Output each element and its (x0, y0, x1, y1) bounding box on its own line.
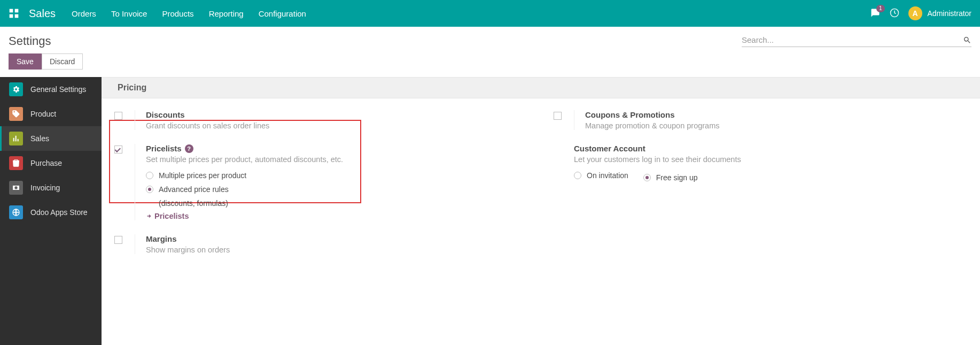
sidebar: General Settings Product Sales Purchase … (0, 77, 102, 345)
setting-pricelists: Pricelists ? Set multiple prices per pro… (112, 144, 530, 220)
link-label: Pricelists (154, 212, 189, 220)
account-radio-free[interactable]: Free sign up (643, 173, 698, 182)
discounts-checkbox[interactable] (114, 112, 122, 120)
nav-right: 1 A Administrator (870, 6, 971, 20)
sidebar-item-product[interactable]: Product (0, 102, 102, 126)
nav-configuration[interactable]: Configuration (259, 9, 306, 18)
account-desc: Let your customers log in to see their d… (574, 155, 969, 164)
nav-products[interactable]: Products (162, 9, 193, 18)
radio-label: Multiple prices per product (159, 171, 246, 180)
brand-title[interactable]: Sales (29, 7, 56, 20)
user-menu[interactable]: A Administrator (908, 6, 971, 20)
pricelists-checkbox[interactable] (114, 145, 122, 154)
avatar: A (908, 6, 922, 20)
bag-icon (9, 156, 23, 170)
top-navbar: Sales Orders To Invoice Products Reporti… (0, 0, 980, 27)
header-row: Settings (0, 27, 980, 51)
tag-icon (9, 107, 23, 121)
search-input[interactable] (742, 35, 963, 44)
help-icon[interactable]: ? (185, 144, 193, 153)
margins-title: Margins (146, 234, 530, 243)
coupons-title: Coupons & Promotions (585, 110, 969, 119)
search-box[interactable] (742, 35, 971, 47)
svg-rect-1 (15, 9, 19, 13)
account-radio-invitation[interactable]: On invitation (574, 171, 628, 180)
section-header: Pricing (102, 77, 980, 98)
save-button[interactable]: Save (9, 53, 42, 70)
nav-reporting[interactable]: Reporting (209, 9, 244, 18)
setting-discounts: Discounts Grant discounts on sales order… (112, 110, 530, 130)
section-title: Pricing (118, 83, 146, 92)
sidebar-item-sales[interactable]: Sales (0, 126, 102, 151)
setting-customer-account: Customer Account Let your customers log … (551, 144, 969, 182)
setting-margins: Margins Show margins on orders (112, 234, 530, 254)
svg-rect-2 (10, 14, 13, 18)
margins-checkbox[interactable] (114, 236, 122, 244)
settings-col-right: Coupons & Promotions Manage promotion & … (551, 110, 969, 268)
account-radio-group: On invitation Free sign up (574, 171, 969, 182)
nav-orders[interactable]: Orders (72, 9, 96, 18)
arrow-right-icon (146, 213, 152, 219)
discounts-title: Discounts (146, 110, 530, 119)
content: Pricing Discounts Grant discounts on sal… (102, 77, 980, 345)
pricelists-radio-multiple[interactable]: Multiple prices per product (146, 171, 530, 180)
globe-icon (9, 205, 23, 219)
discounts-desc: Grant discounts on sales order lines (146, 121, 530, 130)
sidebar-item-label: General Settings (30, 85, 86, 94)
search-icon[interactable] (963, 36, 971, 44)
sidebar-item-label: Product (30, 110, 56, 118)
settings-grid: Discounts Grant discounts on sales order… (102, 98, 980, 280)
money-icon (9, 181, 23, 195)
radio-icon (643, 174, 651, 181)
sidebar-item-general[interactable]: General Settings (0, 77, 102, 102)
svg-rect-3 (15, 14, 19, 18)
sidebar-item-invoicing[interactable]: Invoicing (0, 175, 102, 200)
svg-rect-0 (10, 9, 13, 13)
pricelists-desc: Set multiple prices per product, automat… (146, 155, 530, 164)
radio-label: Advanced price rules (159, 185, 229, 194)
sidebar-item-label: Sales (30, 134, 49, 143)
nav-to-invoice[interactable]: To Invoice (111, 9, 147, 18)
discard-button[interactable]: Discard (42, 53, 83, 70)
sidebar-item-label: Invoicing (30, 183, 60, 192)
pricelists-radio-group: Multiple prices per product Advanced pri… (146, 171, 530, 208)
coupons-checkbox[interactable] (554, 112, 562, 120)
settings-col-left: Discounts Grant discounts on sales order… (112, 110, 530, 268)
setting-coupons: Coupons & Promotions Manage promotion & … (551, 110, 969, 130)
apps-icon[interactable] (9, 8, 19, 19)
chart-icon (9, 132, 23, 145)
sidebar-item-purchase[interactable]: Purchase (0, 151, 102, 175)
coupons-desc: Manage promotion & coupon programs (585, 121, 969, 130)
chat-badge: 1 (876, 5, 885, 12)
radio-icon (146, 172, 153, 179)
pricelists-radio-advanced[interactable]: Advanced price rules (146, 185, 530, 194)
gear-icon (9, 82, 23, 96)
chat-icon[interactable]: 1 (870, 8, 881, 19)
margins-desc: Show margins on orders (146, 246, 530, 254)
radio-label-sub: (discounts, formulas) (159, 199, 530, 208)
page-title: Settings (9, 34, 51, 48)
radio-icon (146, 186, 153, 193)
pricelists-title-text: Pricelists (146, 144, 182, 153)
sidebar-item-label: Purchase (30, 159, 62, 167)
radio-icon (574, 172, 581, 179)
button-row: Save Discard (0, 51, 980, 77)
account-title: Customer Account (574, 144, 969, 153)
clock-icon[interactable] (889, 7, 900, 20)
radio-label: Free sign up (656, 173, 698, 182)
main: General Settings Product Sales Purchase … (0, 77, 980, 345)
nav-menu: Orders To Invoice Products Reporting Con… (72, 9, 870, 18)
pricelists-title: Pricelists ? (146, 144, 530, 153)
user-name: Administrator (928, 9, 971, 18)
sidebar-item-label: Odoo Apps Store (30, 208, 88, 217)
radio-label: On invitation (587, 171, 628, 180)
sidebar-item-apps-store[interactable]: Odoo Apps Store (0, 200, 102, 225)
pricelists-link[interactable]: Pricelists (146, 212, 530, 220)
